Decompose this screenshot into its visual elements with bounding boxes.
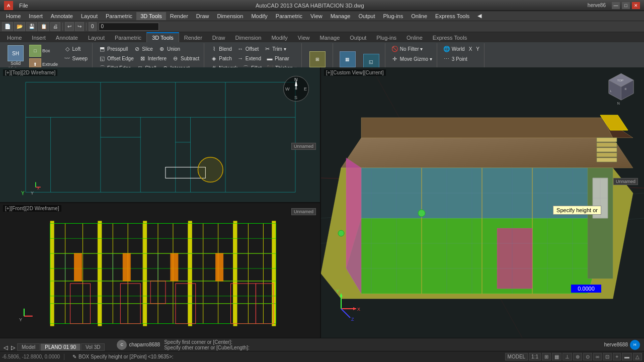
btn-planar[interactable]: ▬Planar [264,54,291,63]
menu-render[interactable]: Render [166,12,192,20]
menu-layout[interactable]: Layout [77,12,102,20]
tab-dimension[interactable]: Dimension [230,33,266,42]
tab-manage[interactable]: Manage [315,33,345,42]
viewport-top[interactable]: [+][Top][2D Wireframe] [0,67,320,203]
menu-parametric[interactable]: Parametric [102,12,136,20]
height-input[interactable]: 0.0000 [571,285,601,293]
cmd-box-label: ✎ [72,354,76,359]
btn-presspull[interactable]: ⬒Presspull [97,44,129,53]
tab-model[interactable]: Model [17,343,40,351]
btn-move-gizmo[interactable]: ✛Move Gizmo ▾ [389,54,434,63]
btn-model-status[interactable]: MODEL [505,353,528,360]
btn-otrack[interactable]: ∞ [593,353,602,360]
btn-slice[interactable]: ⊘Slice [131,44,154,53]
tab-render[interactable]: Render [179,33,207,42]
tb-saveas[interactable]: 📋 [38,22,49,31]
minimize-button[interactable]: — [612,2,620,9]
tab-plano01[interactable]: PLANO 01 90 [40,343,80,351]
menu-file[interactable]: File [15,2,32,10]
menu-3dtools[interactable]: 3D Tools [136,12,166,20]
viewport-3d[interactable]: [+][Custom View][Current] [321,67,644,338]
viewport-front[interactable]: [+][Front][2D Wireframe] [0,203,320,338]
unnamed-tag-3d[interactable]: Unnamed [613,178,638,185]
btn-offset-surf[interactable]: ↔Offset [235,44,261,53]
btn-grid[interactable]: ▦ [552,353,561,360]
tab-layout[interactable]: Layout [83,33,110,42]
btn-ortho[interactable]: ⊥ [562,353,572,360]
btn-ducs[interactable]: ⊡ [603,353,612,360]
btn-tmodel[interactable]: △ [633,353,642,360]
btn-union[interactable]: ⊕Union [156,44,182,53]
viewcube[interactable]: TOP R L N [604,71,639,108]
btn-snap[interactable]: ⊞ [542,353,551,360]
btn-interfere[interactable]: ⊠Interfere [137,54,168,63]
tb-save[interactable]: 💾 [26,22,37,31]
tab-home[interactable]: Home [2,33,27,42]
tab-view[interactable]: View [293,33,315,42]
menu-expresstools[interactable]: Express Tools [431,12,473,20]
tab-insert[interactable]: Insert [27,33,51,42]
btn-sweep[interactable]: 〰Sweep [62,54,90,63]
btn-world[interactable]: 🌐World [441,44,466,53]
unnamed-tag-2[interactable]: Unnamed [291,208,316,215]
tab-online[interactable]: Online [401,33,428,42]
menu-home[interactable]: Home [2,12,25,20]
vp-3d-label[interactable]: [+][Custom View][Current] [324,69,386,76]
menu-plugins[interactable]: Plug-ins [379,12,408,20]
nav-next[interactable]: ▷ [10,344,17,351]
3d-building-svg: X Y Z [321,67,644,338]
tb-new[interactable]: 📄 [2,22,13,31]
close-button[interactable]: ✕ [632,2,640,9]
tab-3dtools[interactable]: 3D Tools [146,32,179,42]
tb-open[interactable]: 📂 [14,22,25,31]
btn-11[interactable]: 1:1 [529,353,541,360]
menu-parametric2[interactable]: Parametric [272,12,306,20]
tb-print[interactable]: 🖨 [50,22,60,31]
menu-output[interactable]: Output [354,12,379,20]
tb-layer[interactable]: 0 [89,22,97,31]
tb-undo[interactable]: ↩ [65,22,74,31]
svg-point-116 [338,230,344,236]
tab-plugins[interactable]: Plug-ins [371,33,401,42]
btn-no-filter[interactable]: 🚫No Filter ▾ [389,44,425,53]
menu-dimension[interactable]: Dimension [213,12,247,20]
tab-expresstools[interactable]: Express Tools [428,33,472,42]
btn-lweight[interactable]: ▬ [622,353,632,360]
btn-y[interactable]: Y [474,44,481,53]
btn-extend-surf[interactable]: →Extend [235,54,263,63]
svg-rect-48 [143,221,147,326]
btn-subtract[interactable]: ⊖Subtract [170,54,201,63]
btn-x[interactable]: X [467,44,474,53]
nav-prev[interactable]: ◁ [2,344,9,351]
menu-draw[interactable]: Draw [192,12,213,20]
menu-online[interactable]: Online [407,12,431,20]
btn-dyn[interactable]: + [613,353,621,360]
btn-offset-edge[interactable]: ◱Offset Edge [97,54,135,63]
btn-patch[interactable]: ◈Patch [208,54,233,63]
unnamed-tag-1[interactable]: Unnamed [291,143,316,150]
tab-modify[interactable]: Modify [266,33,292,42]
vp-top-label[interactable]: [+][Top][2D Wireframe] [3,69,57,76]
btn-blend[interactable]: ⌇Blend [208,44,233,53]
vp-front-label[interactable]: [+][Front][2D Wireframe] [3,205,61,212]
btn-polar[interactable]: ⊛ [573,353,582,360]
btn-box[interactable]: □ Box [28,44,60,57]
btn-loft[interactable]: ◇Loft [62,44,90,53]
menu-collapse[interactable]: ◀ [473,12,486,20]
layer-input[interactable]: 0 [99,23,159,31]
maximize-button[interactable]: □ [622,2,630,9]
menu-view[interactable]: View [306,12,327,20]
tb-redo[interactable]: ↪ [75,22,84,31]
btn-osnap[interactable]: ⊙ [583,353,592,360]
tab-annotate[interactable]: Annotate [51,33,83,42]
tab-draw[interactable]: Draw [207,33,230,42]
menu-modify[interactable]: Modify [247,12,271,20]
tab-vol3d[interactable]: Vol 3D [81,343,105,351]
tab-output[interactable]: Output [345,33,371,42]
btn-trim[interactable]: ✂Trim ▾ [262,44,287,53]
btn-3point[interactable]: ⋯3 Point [441,54,469,63]
menu-annotate[interactable]: Annotate [47,12,77,20]
tab-parametric[interactable]: Parametric [110,33,146,42]
menu-insert[interactable]: Insert [25,12,47,20]
menu-manage[interactable]: Manage [327,12,355,20]
